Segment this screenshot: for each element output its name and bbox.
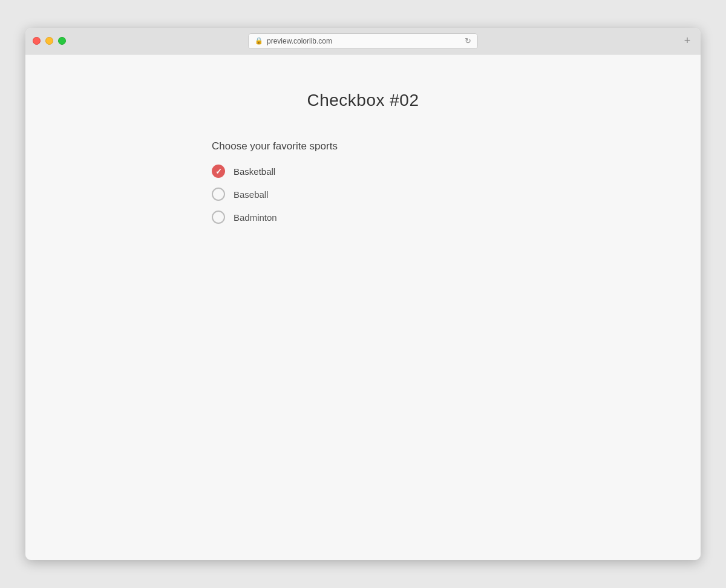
traffic-lights [33,37,66,45]
lock-icon: 🔒 [255,37,263,45]
checkbox-item-basketball[interactable]: Basketball [212,165,514,178]
browser-content: Checkbox #02 Choose your favorite sports… [25,54,701,560]
checkbox-label-badminton: Badminton [234,212,277,223]
maximize-button[interactable] [58,37,66,45]
minimize-button[interactable] [45,37,53,45]
checkbox-icon-basketball[interactable] [212,165,225,178]
add-tab-button[interactable]: + [680,34,695,48]
close-button[interactable] [33,37,41,45]
form-container: Choose your favorite sports Basketball B… [212,140,514,224]
checkbox-item-badminton[interactable]: Badminton [212,211,514,224]
checkbox-label-baseball: Baseball [234,189,269,200]
url-text: preview.colorlib.com [267,37,332,45]
refresh-icon[interactable]: ↻ [465,36,471,45]
form-label: Choose your favorite sports [212,140,514,152]
checkbox-item-baseball[interactable]: Baseball [212,188,514,201]
page-title: Checkbox #02 [307,91,419,110]
checkbox-icon-badminton[interactable] [212,211,225,224]
address-bar[interactable]: 🔒 preview.colorlib.com ↻ [248,33,478,49]
browser-window: 🔒 preview.colorlib.com ↻ + Checkbox #02 … [25,28,701,560]
checkbox-label-basketball: Basketball [234,166,275,177]
checkbox-icon-baseball[interactable] [212,188,225,201]
checkbox-list: Basketball Baseball Badminton [212,165,514,224]
browser-titlebar: 🔒 preview.colorlib.com ↻ + [25,28,701,54]
